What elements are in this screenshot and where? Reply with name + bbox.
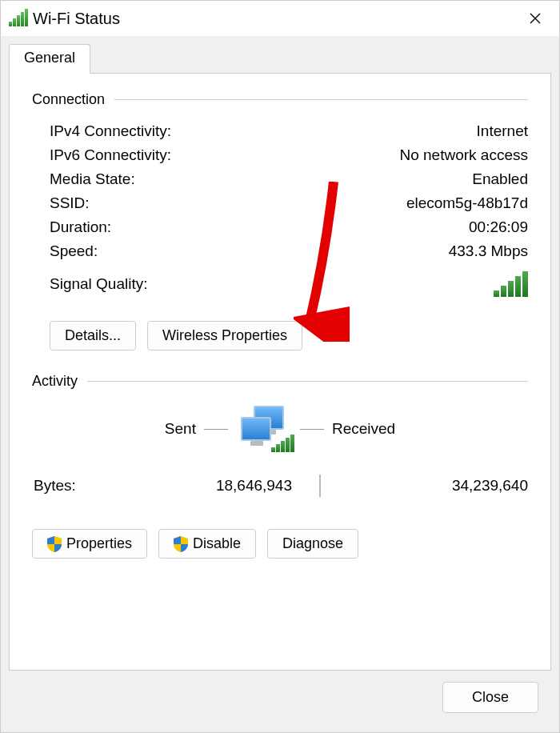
- shield-icon: [47, 536, 62, 552]
- divider: [300, 429, 324, 430]
- speed-label: Speed:: [50, 242, 98, 260]
- activity-group-header: Activity: [32, 373, 528, 390]
- ipv4-row: IPv4 Connectivity: Internet: [32, 119, 528, 143]
- network-monitors-icon: [236, 401, 292, 457]
- properties-button[interactable]: Properties: [32, 529, 147, 559]
- activity-heading: Activity: [32, 373, 78, 390]
- ipv6-value: No network access: [399, 146, 528, 164]
- bytes-row: Bytes: 18,646,943 34,239,640: [32, 467, 528, 497]
- diagnose-button[interactable]: Diagnose: [267, 529, 358, 559]
- ssid-value: elecom5g-48b17d: [406, 194, 528, 212]
- bytes-sent-value: 18,646,943: [164, 477, 292, 495]
- tab-general[interactable]: General: [9, 44, 90, 74]
- details-button[interactable]: Details...: [50, 321, 136, 350]
- general-panel: Connection IPv4 Connectivity: Internet I…: [9, 73, 551, 671]
- signal-label: Signal Quality:: [50, 275, 148, 293]
- action-buttons-row: Properties Disable Diagnose: [32, 529, 528, 559]
- content-area: General Connection IPv4 Connectivity: In…: [1, 36, 559, 732]
- divider: [87, 381, 528, 382]
- signal-bars-icon: [494, 271, 528, 297]
- divider: [204, 429, 228, 430]
- close-button[interactable]: Close: [442, 682, 538, 713]
- ipv6-label: IPv6 Connectivity:: [50, 146, 171, 164]
- divider: [292, 475, 348, 497]
- speed-row: Speed: 433.3 Mbps: [32, 239, 528, 263]
- wifi-status-window: Wi-Fi Status General Connection: [0, 0, 560, 733]
- tab-strip: General: [9, 44, 551, 73]
- sent-label: Sent: [165, 420, 196, 438]
- duration-label: Duration:: [50, 218, 111, 236]
- activity-diagram: Sent Received: [32, 401, 528, 457]
- divider: [114, 99, 528, 100]
- window-title: Wi-Fi Status: [33, 10, 518, 28]
- media-label: Media State:: [50, 170, 135, 188]
- duration-row: Duration: 00:26:09: [32, 215, 528, 239]
- ssid-row: SSID: elecom5g-48b17d: [32, 191, 528, 215]
- activity-group: Activity Sent Received: [32, 373, 528, 497]
- speed-value: 433.3 Mbps: [449, 242, 528, 260]
- properties-label: Properties: [66, 535, 132, 552]
- disable-button[interactable]: Disable: [158, 529, 256, 559]
- titlebar: Wi-Fi Status: [1, 1, 559, 36]
- connection-buttons-row: Details... Wireless Properties: [50, 321, 528, 350]
- shield-icon: [174, 536, 188, 552]
- dialog-footer: Close: [9, 671, 551, 724]
- duration-value: 00:26:09: [469, 218, 528, 236]
- media-value: Enabled: [472, 170, 528, 188]
- connection-heading: Connection: [32, 91, 105, 108]
- wireless-properties-button[interactable]: Wireless Properties: [147, 321, 302, 350]
- ipv4-label: IPv4 Connectivity:: [50, 122, 171, 140]
- connection-group-header: Connection: [32, 91, 528, 108]
- disable-label: Disable: [193, 535, 241, 552]
- received-label: Received: [332, 420, 395, 438]
- ssid-label: SSID:: [50, 194, 90, 212]
- wifi-signal-icon: [9, 10, 28, 26]
- media-row: Media State: Enabled: [32, 167, 528, 191]
- bytes-label: Bytes:: [32, 477, 164, 495]
- signal-row: Signal Quality:: [32, 263, 528, 300]
- bytes-received-value: 34,239,640: [348, 477, 528, 495]
- ipv6-row: IPv6 Connectivity: No network access: [32, 143, 528, 167]
- ipv4-value: Internet: [477, 122, 528, 140]
- close-icon[interactable]: [518, 2, 553, 34]
